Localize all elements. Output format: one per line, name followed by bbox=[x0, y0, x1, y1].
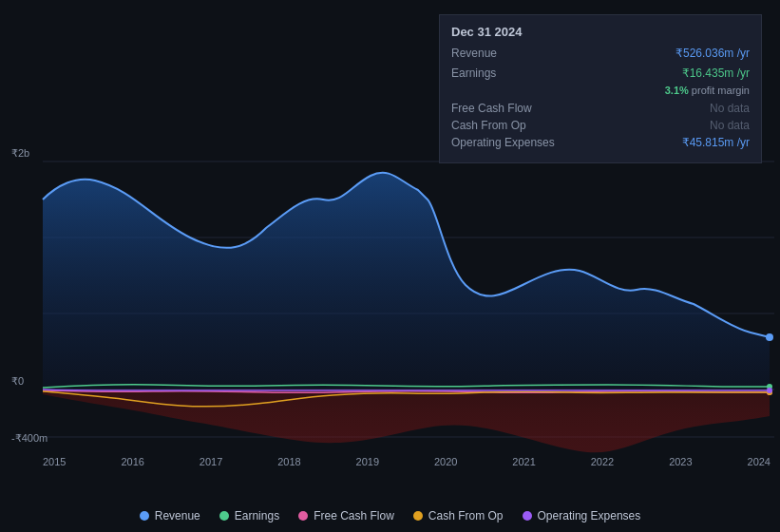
x-label-2018: 2018 bbox=[277, 456, 300, 467]
legend-label-opex: Operating Expenses bbox=[538, 509, 641, 522]
tooltip-row-fcf: Free Cash Flow No data bbox=[451, 102, 750, 115]
tooltip-label-fcf: Free Cash Flow bbox=[451, 102, 556, 115]
tooltip-title: Dec 31 2024 bbox=[451, 25, 750, 39]
y-label-top: ₹2b bbox=[11, 147, 29, 160]
legend-label-revenue: Revenue bbox=[155, 509, 200, 522]
x-label-2022: 2022 bbox=[591, 456, 614, 467]
legend-item-opex[interactable]: Operating Expenses bbox=[523, 509, 641, 522]
y-label-zero: ₹0 bbox=[11, 375, 24, 388]
x-label-2021: 2021 bbox=[512, 456, 535, 467]
x-label-2020: 2020 bbox=[434, 456, 457, 467]
x-label-2015: 2015 bbox=[43, 456, 66, 467]
tooltip-row-cashfromop: Cash From Op No data bbox=[451, 119, 750, 132]
svg-point-6 bbox=[766, 333, 773, 341]
y-label-neg: -₹400m bbox=[11, 432, 48, 445]
x-label-2023: 2023 bbox=[669, 456, 692, 467]
x-label-2017: 2017 bbox=[200, 456, 222, 467]
tooltip-value-fcf: No data bbox=[710, 102, 750, 115]
legend-dot-opex bbox=[523, 511, 532, 521]
tooltip-label-revenue: Revenue bbox=[451, 47, 556, 60]
svg-point-10 bbox=[767, 388, 772, 393]
legend-item-earnings[interactable]: Earnings bbox=[219, 509, 279, 522]
tooltip-label-cashfromop: Cash From Op bbox=[451, 119, 556, 132]
legend-item-revenue[interactable]: Revenue bbox=[140, 509, 200, 522]
legend-dot-fcf bbox=[298, 511, 308, 521]
legend-dot-revenue bbox=[140, 511, 149, 521]
legend-item-fcf[interactable]: Free Cash Flow bbox=[298, 509, 394, 522]
legend-label-cashfromop: Cash From Op bbox=[428, 509, 504, 522]
x-label-2019: 2019 bbox=[356, 456, 379, 467]
legend-label-fcf: Free Cash Flow bbox=[314, 509, 394, 522]
x-axis-labels: 2015 2016 2017 2018 2019 2020 2021 2022 … bbox=[43, 456, 770, 467]
tooltip-value-opex: ₹45.815m /yr bbox=[682, 136, 750, 149]
tooltip-value-cashfromop: No data bbox=[710, 119, 750, 132]
tooltip-label-opex: Operating Expenses bbox=[451, 136, 556, 149]
tooltip-value-revenue: ₹526.036m /yr bbox=[675, 47, 750, 60]
x-label-2016: 2016 bbox=[121, 456, 143, 467]
tooltip-profit-margin: 3.1% profit margin bbox=[665, 85, 750, 96]
chart-legend: Revenue Earnings Free Cash Flow Cash Fro… bbox=[0, 509, 780, 522]
legend-dot-cashfromop bbox=[413, 511, 423, 521]
legend-dot-earnings bbox=[219, 511, 229, 521]
legend-item-cashfromop[interactable]: Cash From Op bbox=[413, 509, 504, 522]
tooltip-panel: Dec 31 2024 Revenue ₹526.036m /yr Earnin… bbox=[439, 14, 762, 163]
tooltip-row-revenue: Revenue ₹526.036m /yr bbox=[451, 47, 750, 60]
tooltip-value-earnings: ₹16.435m /yr bbox=[682, 66, 750, 80]
tooltip-row-opex: Operating Expenses ₹45.815m /yr bbox=[451, 136, 750, 149]
x-label-2024: 2024 bbox=[748, 456, 770, 467]
tooltip-row-earnings: Earnings ₹16.435m /yr 3.1% profit margin bbox=[451, 64, 750, 98]
legend-label-earnings: Earnings bbox=[235, 509, 279, 522]
tooltip-label-earnings: Earnings bbox=[451, 66, 556, 80]
